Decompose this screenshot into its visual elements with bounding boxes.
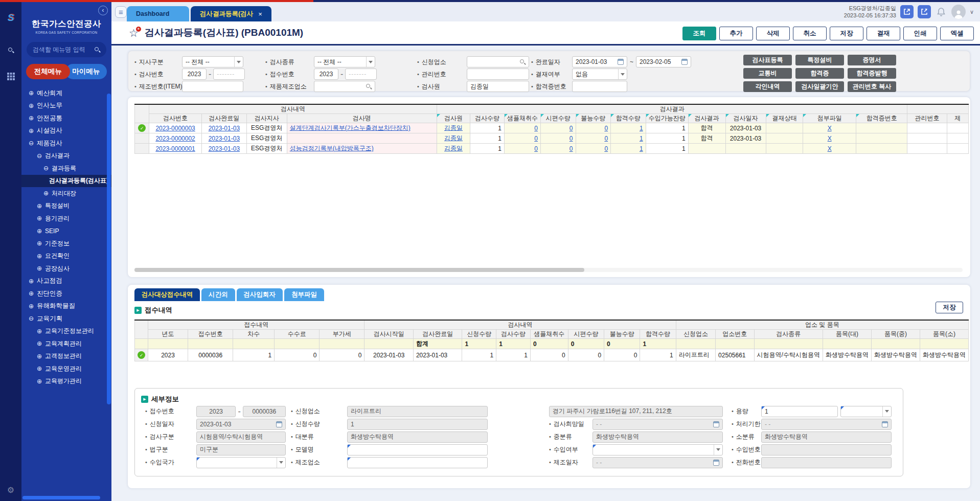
calendar-icon[interactable]: [618, 59, 624, 65]
sidebar-item[interactable]: ⊕교육기준정보관리: [21, 325, 111, 338]
grid-column-header[interactable]: 불능수량: [576, 114, 611, 123]
sidebar-item[interactable]: ⊖검사결과: [21, 150, 111, 163]
grid-column-header[interactable]: 제: [947, 114, 968, 123]
tab-inspection-result[interactable]: 검사결과등록(검사 ×: [191, 6, 271, 21]
search-icon[interactable]: [0, 47, 21, 53]
grid-link[interactable]: 2023-0000002: [155, 135, 195, 142]
calendar-icon[interactable]: [681, 59, 688, 65]
action-button-1[interactable]: 조회: [682, 27, 716, 40]
sidebar-item[interactable]: ⊕교육계획관리: [21, 337, 111, 350]
grid-column-header[interactable]: 품목(소): [920, 330, 968, 339]
quick-button[interactable]: 검사표등록: [743, 55, 792, 65]
grid-link[interactable]: 1: [640, 125, 643, 132]
apply-shop-input[interactable]: [467, 56, 529, 67]
app-grid-icon[interactable]: [0, 73, 21, 80]
grid-hscrollbar-thumb[interactable]: [134, 268, 584, 272]
grid-column-header[interactable]: 검사시작일: [364, 330, 413, 339]
table-row[interactable]: ✓202300000361002023-01-032023-01-0311000…: [135, 349, 969, 361]
grid-link[interactable]: 0: [569, 145, 573, 152]
complete-date-to[interactable]: 2023-02-05: [636, 56, 691, 67]
grid-column-header[interactable]: 년도: [148, 330, 188, 339]
grid-link[interactable]: 2023-0000003: [155, 125, 195, 132]
detail-tab[interactable]: 시간외: [201, 288, 235, 301]
inspection-no-serial-input[interactable]: -------: [213, 69, 245, 80]
grid-column-header[interactable]: 결재상태: [766, 114, 803, 123]
sidebar-item[interactable]: ⊖교육기획: [21, 312, 111, 325]
inspector-input[interactable]: 김종일: [467, 81, 529, 92]
notification-bell-icon[interactable]: [935, 7, 947, 17]
grid-link[interactable]: 2023-01-03: [209, 125, 240, 132]
calendar-icon[interactable]: [713, 421, 719, 427]
grid-link[interactable]: 0: [534, 145, 538, 152]
grid-link[interactable]: 0: [569, 135, 573, 142]
sidebar-item[interactable]: ⊕안전공통: [21, 112, 111, 125]
grid-column-header[interactable]: 수수료: [275, 330, 320, 339]
calendar-icon[interactable]: [713, 460, 719, 466]
table-row[interactable]: 2023-00000012023-01-03ESG경영처성능검정기록부(내압방폭…: [135, 144, 969, 154]
pass-no-input[interactable]: [572, 81, 627, 92]
grid-column-header[interactable]: 수입가능잔량: [646, 114, 688, 123]
action-button-8[interactable]: 엑셀: [940, 27, 974, 40]
menu-search-input[interactable]: 검색할 메뉴명 입력: [27, 42, 106, 57]
sidebar-item[interactable]: ⊖제품검사: [21, 137, 111, 150]
grid-column-header[interactable]: 검사지사: [246, 114, 287, 123]
row-selector[interactable]: ✓: [135, 349, 148, 361]
grid-link[interactable]: 1: [640, 135, 643, 142]
sidebar-item[interactable]: ⊕진단인증: [21, 287, 111, 300]
grid-link[interactable]: 1: [640, 145, 643, 152]
quick-button[interactable]: 증명서: [848, 55, 896, 65]
grid-column-header[interactable]: 검사완료일: [413, 330, 462, 339]
chevron-down-icon[interactable]: ∨: [970, 9, 974, 15]
grid-link[interactable]: 성능검정기록부(내압방폭구조): [290, 145, 374, 152]
quick-button[interactable]: 검사일괄기안: [795, 81, 844, 92]
grid-column-header[interactable]: 접수번호: [188, 330, 233, 339]
grid-column-header[interactable]: 신청수량: [462, 330, 496, 339]
calendar-icon[interactable]: [882, 421, 888, 427]
sidebar-item[interactable]: ⊕유해화학물질: [21, 300, 111, 313]
sidebar-item[interactable]: ⊕사고점검: [21, 275, 111, 288]
sidebar-vertical-scrollbar[interactable]: [107, 94, 111, 404]
detail-tab[interactable]: 첨부파일: [284, 288, 324, 301]
sidebar-item[interactable]: ⊕요건확인: [21, 250, 111, 263]
my-menu-button[interactable]: 마이메뉴: [65, 64, 107, 79]
detail-deadline[interactable]: - -: [761, 419, 892, 430]
grid-column-header[interactable]: 검사결과: [688, 114, 725, 123]
action-button-4[interactable]: 취소: [793, 27, 827, 40]
hamburger-menu-icon[interactable]: ≡: [115, 6, 127, 18]
edit-window-icon[interactable]: [918, 5, 931, 18]
search-icon[interactable]: [519, 59, 526, 65]
receipt-no-year-input[interactable]: 2023: [314, 69, 338, 80]
gear-icon[interactable]: ⚙: [0, 485, 21, 495]
quick-button[interactable]: 합격증: [795, 68, 844, 79]
search-icon[interactable]: [366, 83, 372, 89]
grid-link[interactable]: 0: [604, 145, 608, 152]
detail-hope-date[interactable]: - -: [592, 419, 723, 430]
grid-column-header[interactable]: 검사번호: [149, 114, 202, 123]
grid-column-header[interactable]: 합격증번호: [856, 114, 907, 123]
grid-column-header[interactable]: 검사원: [437, 114, 470, 123]
grid-hscrollbar-track[interactable]: [134, 268, 963, 272]
sidebar-item[interactable]: ⊕교육운영관리: [21, 362, 111, 375]
detail-make-date[interactable]: - -: [592, 457, 723, 468]
inspection-type-select[interactable]: -- 전체 --: [314, 56, 375, 67]
grid-column-header[interactable]: 불능수량: [604, 330, 640, 339]
grid-column-header[interactable]: 신청업소: [676, 330, 715, 339]
grid-link[interactable]: 설계단계검사기록부(가스누출경보차단장치): [290, 124, 411, 131]
sidebar-item[interactable]: ⊕기준정보: [21, 237, 111, 250]
grid-column-header[interactable]: 검사수량: [496, 330, 531, 339]
search-icon[interactable]: [94, 47, 100, 53]
action-button-5[interactable]: 저장: [830, 27, 863, 40]
sidebar-item[interactable]: ⊕교육평가관리: [21, 375, 111, 388]
grid-link[interactable]: X: [828, 125, 832, 132]
detail-capacity-unit-select[interactable]: [840, 406, 892, 417]
grid-link[interactable]: X: [828, 135, 832, 142]
grid-column-header[interactable]: 시편수량: [540, 114, 576, 123]
item-no-input[interactable]: [182, 81, 243, 92]
grid-column-header[interactable]: 품목(중): [871, 330, 920, 339]
action-button-3[interactable]: 삭제: [756, 27, 790, 40]
detail-import-yn-select[interactable]: [592, 444, 723, 456]
grid-link[interactable]: 김종일: [444, 145, 463, 152]
grid-column-header[interactable]: 관리번호: [907, 114, 947, 123]
grid-link[interactable]: 김종일: [444, 124, 463, 131]
grid-column-header[interactable]: 검사완료일: [202, 114, 247, 123]
